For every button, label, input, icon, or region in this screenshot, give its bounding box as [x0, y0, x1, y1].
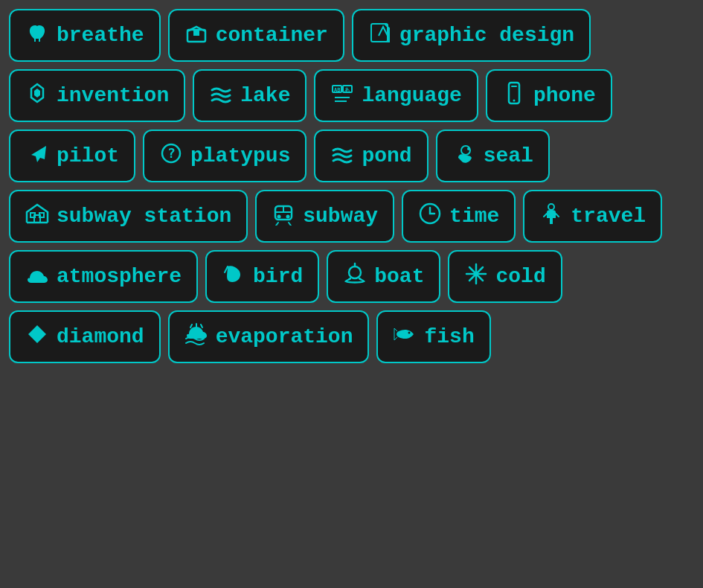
evaporation-icon [184, 322, 208, 351]
bird-label: bird [253, 265, 303, 288]
tag-phone[interactable]: phone [486, 69, 612, 122]
platypus-icon: ? [159, 141, 183, 170]
cold-label: cold [495, 265, 545, 288]
tag-subway-station[interactable]: subway station [9, 190, 248, 243]
lake-icon [209, 81, 233, 110]
tag-grid: breathe container graphic design inventi… [9, 9, 694, 363]
breathe-icon [25, 21, 49, 50]
travel-label: travel [571, 205, 646, 228]
fish-label: fish [424, 325, 474, 348]
language-label: language [362, 84, 461, 107]
language-icon: AB あ [330, 81, 354, 110]
subway-icon [272, 202, 295, 231]
tag-atmosphere[interactable]: atmosphere [9, 250, 198, 303]
seal-icon [452, 141, 476, 170]
svg-text:?: ? [167, 145, 176, 161]
boat-label: boat [374, 265, 424, 288]
tag-seal[interactable]: seal [436, 130, 550, 182]
atmosphere-icon [25, 262, 49, 291]
atmosphere-label: atmosphere [57, 265, 182, 288]
tag-language[interactable]: AB あ language [314, 69, 478, 122]
time-label: time [449, 205, 499, 228]
graphic-design-icon [368, 21, 392, 50]
pilot-icon [25, 141, 49, 170]
tag-evaporation[interactable]: evaporation [168, 310, 370, 363]
svg-rect-20 [39, 213, 44, 217]
pilot-label: pilot [57, 144, 119, 167]
tag-subway[interactable]: subway [255, 190, 394, 243]
svg-point-22 [277, 215, 281, 219]
bird-icon [222, 262, 245, 291]
container-label: container [216, 24, 328, 47]
breathe-label: breathe [57, 24, 144, 47]
seal-label: seal [484, 144, 533, 167]
svg-point-33 [474, 272, 478, 276]
tag-diamond[interactable]: diamond [9, 310, 161, 363]
travel-icon [539, 202, 563, 231]
fish-icon [393, 322, 417, 351]
svg-point-28 [349, 266, 361, 278]
svg-text:あ: あ [344, 87, 350, 93]
subway-label: subway [303, 205, 378, 228]
svg-point-27 [548, 204, 554, 210]
cold-icon [464, 262, 488, 291]
svg-point-23 [286, 215, 290, 219]
platypus-label: platypus [190, 144, 290, 167]
svg-line-36 [201, 325, 202, 327]
tag-fish[interactable]: fish [376, 310, 490, 363]
subway-station-label: subway station [57, 205, 231, 228]
tag-pond[interactable]: pond [314, 130, 428, 182]
tag-travel[interactable]: travel [523, 190, 662, 243]
evaporation-label: evaporation [216, 325, 353, 348]
pond-icon [330, 141, 354, 170]
svg-point-15 [461, 146, 470, 155]
diamond-icon [25, 322, 49, 351]
tag-time[interactable]: time [402, 190, 516, 243]
phone-icon [502, 81, 526, 110]
pond-label: pond [362, 144, 411, 167]
svg-rect-19 [31, 213, 35, 217]
diamond-label: diamond [57, 325, 144, 348]
svg-point-37 [408, 332, 411, 334]
phone-label: phone [533, 84, 596, 107]
invention-label: invention [57, 84, 169, 107]
svg-point-16 [467, 147, 470, 150]
tag-breathe[interactable]: breathe [9, 9, 161, 62]
tag-bird[interactable]: bird [205, 250, 319, 303]
tag-boat[interactable]: boat [327, 250, 440, 303]
tag-cold[interactable]: cold [448, 250, 562, 303]
boat-icon [343, 262, 367, 291]
lake-label: lake [240, 84, 290, 107]
tag-pilot[interactable]: pilot [9, 130, 135, 182]
invention-icon [25, 81, 49, 110]
svg-text:AB: AB [334, 87, 340, 93]
svg-marker-3 [34, 89, 40, 98]
svg-point-12 [513, 100, 515, 102]
subway-station-icon [25, 202, 49, 231]
container-icon [184, 21, 208, 50]
svg-line-34 [190, 325, 192, 327]
tag-container[interactable]: container [168, 9, 344, 62]
tag-graphic-design[interactable]: graphic design [352, 9, 591, 62]
graphic-design-label: graphic design [399, 24, 574, 47]
tag-lake[interactable]: lake [193, 69, 306, 122]
time-icon [418, 202, 442, 231]
tag-platypus[interactable]: ? platypus [143, 130, 306, 182]
tag-invention[interactable]: invention [9, 69, 185, 122]
